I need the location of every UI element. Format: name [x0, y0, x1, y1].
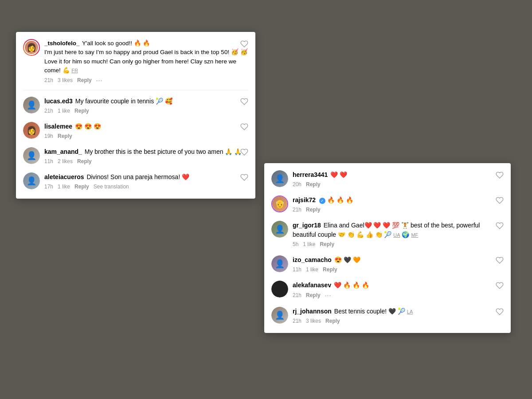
like-button-lucas[interactable] — [240, 98, 248, 107]
comment-time-herrera3441: 20h — [293, 181, 301, 188]
comment-likes-tsholofelo: 3 likes — [58, 77, 73, 83]
comment-herrera3441: 👤 herrera3441 ❤️ ❤️ 20h Reply — [271, 170, 504, 188]
avatar-gr-igor18: 👤 — [271, 221, 288, 238]
comment-body-izo-camacho: izo_camacho 😍 🖤 🧡 11h 1 like Reply — [293, 255, 504, 273]
comment-time-rajsik72: 21h — [293, 207, 301, 213]
comment-meta-alekafanasev: 21h Reply ··· — [293, 292, 504, 299]
comment-meta-rajsik72: 21h Reply — [293, 207, 504, 213]
comment-likes-rj-johannson: 3 likes — [306, 318, 321, 324]
comment-meta-izo-camacho: 11h 1 like Reply — [293, 266, 504, 273]
like-button-rj-johannson[interactable] — [496, 308, 504, 317]
verified-icon-rajsik72: ✓ — [319, 198, 325, 204]
comment-text-lucas: lucas.ed3 My favourite couple in tennis … — [44, 97, 248, 106]
reply-button-aleteiacueros[interactable]: Reply — [74, 184, 89, 190]
reply-button-rajsik72[interactable]: Reply — [306, 207, 321, 213]
comment-likes-kamanand: 2 likes — [58, 158, 73, 164]
like-button-lisalemee[interactable] — [240, 123, 248, 133]
comment-body-rj-johannson: rj_johannson Best tennis couple! 🖤 🎾 LA … — [293, 307, 504, 324]
comment-body-rajsik72: rajsik72 ✓ 🔥 🔥 🔥 21h Reply — [293, 196, 504, 213]
comment-text-rajsik72: rajsik72 ✓ 🔥 🔥 🔥 — [293, 196, 504, 205]
username-tsholofelo[interactable]: _tsholofelo_ — [44, 40, 80, 47]
username-aleteiacueros[interactable]: aleteiacueros — [44, 173, 84, 180]
avatar-lucas: 👤 — [23, 97, 40, 113]
comment-time-lisalemee: 19h — [44, 133, 53, 139]
comment-likes-lucas: 1 like — [58, 108, 70, 114]
avatar-kamanand: 👤 — [23, 147, 40, 164]
avatar-tsholofelo: 👩 — [23, 39, 40, 56]
more-options-tsholofelo[interactable]: ··· — [96, 77, 103, 84]
reply-button-tsholofelo[interactable]: Reply — [77, 77, 92, 83]
comment-meta-lucas: 21h 1 like Reply — [44, 108, 248, 114]
like-button-gr-igor18[interactable] — [496, 222, 504, 231]
more-options-alekafanasev[interactable]: ··· — [325, 292, 332, 299]
comment-time-aleteiacueros: 17h — [44, 184, 53, 190]
comment-text-alekafanasev: alekafanasev ❤️ 🔥 🔥 🔥 — [293, 281, 504, 290]
reply-button-gr-igor18[interactable]: Reply — [320, 241, 334, 247]
right-comments-panel: 👤 herrera3441 ❤️ ❤️ 20h Reply 👴 rajsi — [264, 163, 511, 333]
reply-button-rj-johannson[interactable]: Reply — [325, 318, 340, 324]
username-gr-igor18[interactable]: gr_igor18 — [293, 222, 321, 229]
comment-text-izo-camacho: izo_camacho 😍 🖤 🧡 — [293, 255, 504, 265]
comment-meta-gr-igor18: 5h 1 like Reply — [293, 241, 504, 247]
comment-meta-aleteiacueros: 17h 1 like Reply See translation — [44, 184, 248, 190]
like-button-izo-camacho[interactable] — [496, 256, 504, 266]
comment-text-tsholofelo: _tsholofelo_ Y'all look so good!! 🔥 🔥 I'… — [44, 39, 248, 75]
left-comments-panel: 👩 _tsholofelo_ Y'all look so good!! 🔥 🔥 … — [16, 32, 255, 199]
like-button-aleteiacueros[interactable] — [240, 173, 248, 183]
comment-lucas: 👤 lucas.ed3 My favourite couple in tenni… — [23, 97, 248, 114]
comment-body-lisalemee: lisalemee 😍 😍 😍 19h Reply — [44, 122, 248, 139]
like-button-alekafanasev[interactable] — [496, 282, 504, 291]
reply-button-herrera3441[interactable]: Reply — [306, 181, 321, 188]
comment-text-kamanand: kam_anand_ My brother this is the best p… — [44, 147, 248, 156]
comment-meta-kamanand: 11h 2 likes Reply — [44, 158, 248, 164]
username-herrera3441[interactable]: herrera3441 — [293, 171, 328, 178]
reply-button-alekafanasev[interactable]: Reply — [306, 292, 321, 298]
comment-text-rj-johannson: rj_johannson Best tennis couple! 🖤 🎾 LA — [293, 307, 504, 316]
reply-button-lucas[interactable]: Reply — [74, 108, 89, 114]
avatar-herrera3441: 👤 — [271, 170, 288, 187]
comment-body-lucas: lucas.ed3 My favourite couple in tennis … — [44, 97, 248, 114]
like-button-kamanand[interactable] — [240, 148, 248, 158]
username-kamanand[interactable]: kam_anand_ — [44, 148, 82, 155]
avatar-alekafanasev — [271, 281, 288, 297]
comment-kamanand: 👤 kam_anand_ My brother this is the best… — [23, 147, 248, 164]
comment-rj-johannson: 👤 rj_johannson Best tennis couple! 🖤 🎾 L… — [271, 307, 504, 324]
comment-time-alekafanasev: 21h — [293, 292, 301, 298]
comment-time-gr-igor18: 5h — [293, 241, 298, 247]
comment-body-aleteiacueros: aleteiacueros Divinos! Son una pareja he… — [44, 172, 248, 190]
avatar-rajsik72: 👴 — [271, 196, 288, 212]
comment-tsholofelo: 👩 _tsholofelo_ Y'all look so good!! 🔥 🔥 … — [23, 39, 248, 90]
avatar-aleteiacueros: 👤 — [23, 172, 40, 189]
comment-izo-camacho: 👤 izo_camacho 😍 🖤 🧡 11h 1 like Reply — [271, 255, 504, 273]
see-translation-aleteiacueros[interactable]: See translation — [94, 184, 129, 190]
reply-button-kamanand[interactable]: Reply — [77, 158, 92, 164]
comment-meta-rj-johannson: 21h 3 likes Reply — [293, 318, 504, 324]
avatar-izo-camacho: 👤 — [271, 255, 288, 272]
comment-meta-lisalemee: 19h Reply — [44, 133, 248, 139]
avatar-rj-johannson: 👤 — [271, 307, 288, 324]
like-button-rajsik72[interactable] — [496, 196, 504, 206]
comment-time-tsholofelo: 21h — [44, 77, 53, 83]
comment-text-herrera3441: herrera3441 ❤️ ❤️ — [293, 170, 504, 180]
comment-gr-igor18: 👤 gr_igor18 Elina and Gael❤️ ❤️ ❤️ 💯 🏋️ … — [271, 221, 504, 247]
username-lucas[interactable]: lucas.ed3 — [44, 98, 73, 105]
username-rajsik72[interactable]: rajsik72 — [293, 196, 316, 203]
username-rj-johannson[interactable]: rj_johannson — [293, 308, 332, 315]
like-button-herrera3441[interactable] — [496, 171, 504, 181]
avatar-lisalemee: 👩 — [23, 122, 40, 139]
comment-meta-tsholofelo: 21h 3 likes Reply ··· — [44, 77, 248, 84]
comment-time-rj-johannson: 21h — [293, 318, 301, 324]
reply-button-lisalemee[interactable]: Reply — [58, 133, 72, 139]
comment-meta-herrera3441: 20h Reply — [293, 181, 504, 188]
comment-body-tsholofelo: _tsholofelo_ Y'all look so good!! 🔥 🔥 I'… — [44, 39, 248, 84]
comment-lisalemee: 👩 lisalemee 😍 😍 😍 19h Reply — [23, 122, 248, 139]
comment-likes-gr-igor18: 1 like — [303, 241, 315, 247]
like-button-tsholofelo[interactable] — [240, 40, 248, 50]
comment-body-gr-igor18: gr_igor18 Elina and Gael❤️ ❤️ ❤️ 💯 🏋️ be… — [293, 221, 504, 247]
comment-body-alekafanasev: alekafanasev ❤️ 🔥 🔥 🔥 21h Reply ··· — [293, 281, 504, 299]
username-izo-camacho[interactable]: izo_camacho — [293, 256, 332, 263]
username-alekafanasev[interactable]: alekafanasev — [293, 282, 331, 289]
comment-text-gr-igor18: gr_igor18 Elina and Gael❤️ ❤️ ❤️ 💯 🏋️ be… — [293, 221, 504, 239]
username-lisalemee[interactable]: lisalemee — [44, 123, 72, 130]
reply-button-izo-camacho[interactable]: Reply — [323, 266, 337, 273]
